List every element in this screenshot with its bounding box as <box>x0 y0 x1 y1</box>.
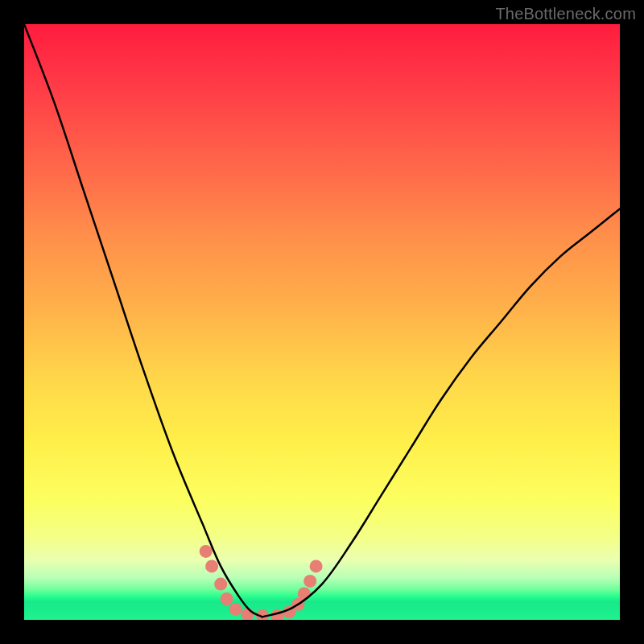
chart-svg <box>24 24 620 620</box>
curve-layer <box>24 24 620 617</box>
marker-dot <box>229 603 242 616</box>
marker-layer <box>200 545 323 620</box>
marker-dot <box>298 587 311 600</box>
marker-dot <box>310 559 323 572</box>
figure-root: TheBottleneck.com <box>0 0 644 644</box>
series-left-curve <box>24 24 262 617</box>
watermark-text: TheBottleneck.com <box>495 5 636 23</box>
marker-dot <box>242 608 254 620</box>
marker-dot <box>303 575 316 588</box>
marker-dot <box>221 592 233 605</box>
marker-dot <box>205 559 218 572</box>
series-right-curve <box>262 208 620 617</box>
marker-dot <box>200 545 213 558</box>
plot-area <box>24 24 620 620</box>
marker-dot <box>214 578 227 591</box>
